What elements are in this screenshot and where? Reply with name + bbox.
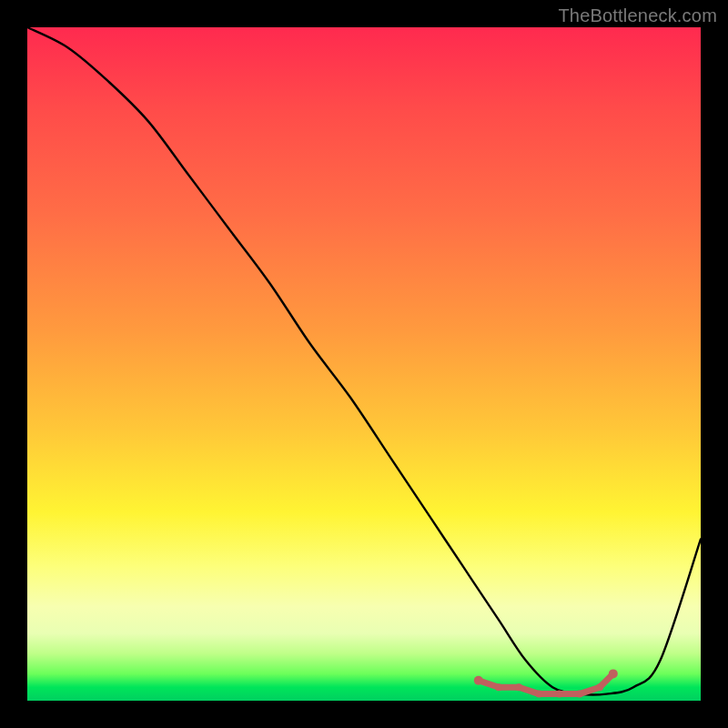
highlight-dot (596, 683, 603, 691)
highlight-dot (609, 669, 618, 678)
bottleneck-curve (27, 27, 701, 695)
chart-frame: TheBottleneck.com (0, 0, 728, 728)
plot-area (27, 27, 701, 701)
highlight-dot (515, 683, 522, 691)
highlight-dot (495, 683, 502, 691)
watermark-text: TheBottleneck.com (558, 5, 717, 26)
highlight-dot (535, 691, 542, 698)
highlight-dot (474, 676, 483, 685)
chart-svg (27, 27, 701, 701)
highlight-dot (556, 691, 563, 698)
highlight-dot (576, 691, 583, 698)
